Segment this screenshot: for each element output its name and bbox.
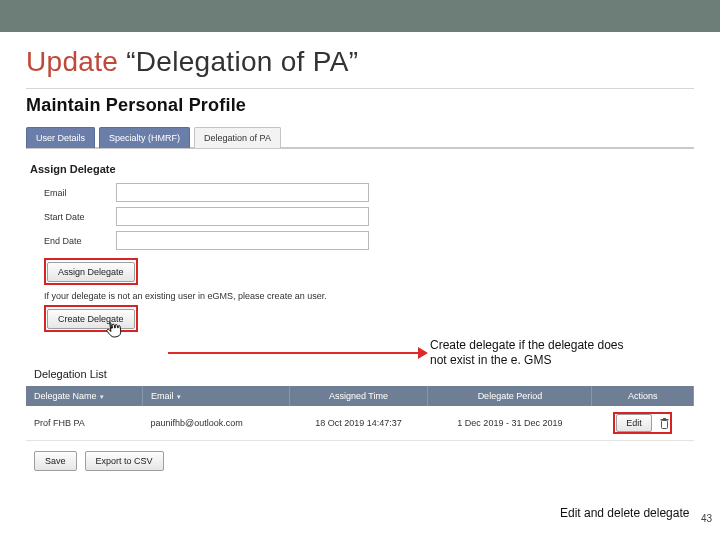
create-user-note: If your delegate is not an existing user… — [44, 291, 694, 301]
col-delegate-name-label: Delegate Name — [34, 391, 97, 401]
annotation-arrow-line — [168, 352, 423, 354]
cell-email: paunifhb@outlook.com — [143, 406, 290, 441]
end-date-row: End Date — [44, 231, 694, 250]
tab-user-details[interactable]: User Details — [26, 127, 95, 148]
slide-title-rest: “Delegation of PA” — [118, 46, 358, 77]
page-number: 43 — [701, 513, 712, 524]
table-row: Prof FHB PA paunifhb@outlook.com 18 Oct … — [26, 406, 694, 441]
col-email[interactable]: Email▾ — [143, 386, 290, 406]
svg-rect-1 — [661, 419, 669, 420]
email-label: Email — [44, 188, 116, 198]
export-csv-button[interactable]: Export to CSV — [85, 451, 164, 471]
page-title: Maintain Personal Profile — [26, 95, 694, 116]
slide-title: Update “Delegation of PA” — [26, 46, 694, 78]
highlight-row-actions: Edit — [613, 412, 672, 434]
assign-delegate-heading: Assign Delegate — [30, 163, 694, 175]
cell-delegate-name: Prof FHB PA — [26, 406, 143, 441]
tab-bar: User Details Specialty (HMRF) Delegation… — [26, 126, 694, 149]
slide-title-accent-word: Update — [26, 46, 118, 77]
create-delegate-button[interactable]: Create Delegate — [47, 309, 135, 329]
col-actions: Actions — [592, 386, 694, 406]
col-assigned-label: Assigned Time — [329, 391, 388, 401]
edit-button[interactable]: Edit — [616, 414, 652, 432]
col-assigned-time[interactable]: Assigned Time — [289, 386, 428, 406]
delete-icon[interactable] — [660, 418, 669, 429]
col-actions-label: Actions — [628, 391, 658, 401]
cell-delegate-period: 1 Dec 2019 - 31 Dec 2019 — [428, 406, 592, 441]
email-row: Email — [44, 183, 694, 202]
col-delegate-name[interactable]: Delegate Name▾ — [26, 386, 143, 406]
start-date-row: Start Date — [44, 207, 694, 226]
tab-specialty-hmrf[interactable]: Specialty (HMRF) — [99, 127, 190, 148]
end-date-label: End Date — [44, 236, 116, 246]
highlight-create-delegate: Create Delegate — [44, 305, 138, 332]
start-date-field[interactable] — [116, 207, 369, 226]
table-header-row: Delegate Name▾ Email▾ Assigned Time Dele… — [26, 386, 694, 406]
start-date-label: Start Date — [44, 212, 116, 222]
annotation-arrow-head — [418, 347, 428, 359]
col-email-label: Email — [151, 391, 174, 401]
tab-delegation-of-pa[interactable]: Delegation of PA — [194, 127, 281, 148]
email-field[interactable] — [116, 183, 369, 202]
footer-buttons: Save Export to CSV — [34, 451, 694, 471]
callout-create-delegate: Create delegate if the delegate does not… — [430, 338, 635, 368]
slide-body: Update “Delegation of PA” Maintain Perso… — [0, 32, 720, 532]
slide-top-accent — [0, 0, 720, 32]
delegation-list-heading: Delegation List — [34, 368, 694, 380]
cell-actions: Edit — [592, 406, 694, 441]
sort-icon: ▾ — [177, 393, 181, 400]
svg-rect-2 — [663, 418, 666, 419]
col-period-label: Delegate Period — [478, 391, 543, 401]
app-screenshot: Maintain Personal Profile User Details S… — [26, 88, 694, 471]
svg-rect-0 — [662, 421, 668, 429]
sort-icon: ▾ — [100, 393, 104, 400]
callout-edit-delete: Edit and delete delegate — [560, 506, 690, 521]
assign-delegate-button[interactable]: Assign Delegate — [47, 262, 135, 282]
col-delegate-period[interactable]: Delegate Period — [428, 386, 592, 406]
save-button[interactable]: Save — [34, 451, 77, 471]
delegation-table: Delegate Name▾ Email▾ Assigned Time Dele… — [26, 386, 694, 441]
highlight-assign-delegate: Assign Delegate — [44, 258, 138, 285]
cell-assigned-time: 18 Oct 2019 14:47:37 — [289, 406, 428, 441]
end-date-field[interactable] — [116, 231, 369, 250]
